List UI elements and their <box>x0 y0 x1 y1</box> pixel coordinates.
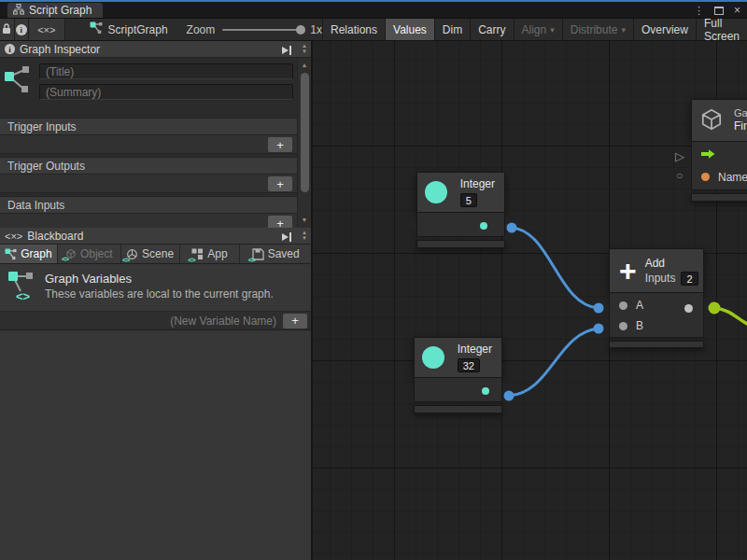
node-integer-32[interactable]: Integer 32 <box>414 337 502 413</box>
new-variable-input[interactable] <box>52 315 276 328</box>
full-screen-button[interactable]: Full Screen <box>696 19 747 40</box>
collapse-arrows[interactable]: ▲▼ <box>302 43 307 54</box>
graph-inspector-panel: Trigger Inputs + Trigger Outputs + Data … <box>0 58 311 228</box>
tab-saved[interactable]: <> Saved <box>240 245 311 263</box>
carry-button[interactable]: Carry <box>470 19 513 40</box>
trigger-outputs-list: + <box>0 175 297 193</box>
blackboard-empty-area <box>0 330 311 560</box>
toolbar-buttons: Relations Values Dim Carry Align▾ Distri… <box>322 19 747 40</box>
tab-scene[interactable]: <> Scene <box>121 245 180 263</box>
scrollbar-thumb[interactable] <box>301 73 309 192</box>
node-title: Integer <box>458 343 492 357</box>
output-port[interactable] <box>482 387 489 395</box>
tab-app[interactable]: <> App <box>180 245 241 263</box>
tab-title: Script Graph <box>29 4 92 17</box>
blackboard-tabs: Graph <> Object <> Scene <box>0 245 311 264</box>
inspector-scrollbar[interactable]: ▲ ▼ <box>297 58 311 228</box>
graph-tree-icon <box>13 4 24 18</box>
graph-variables-icon <box>4 63 34 105</box>
blackboard-title: Blackboard <box>27 230 83 243</box>
output-port[interactable] <box>684 304 693 313</box>
wire-endpoint[interactable] <box>594 324 604 334</box>
lock-button[interactable] <box>0 19 15 40</box>
value-port-marker[interactable]: ○ <box>676 169 683 182</box>
overview-button[interactable]: Overview <box>633 19 696 40</box>
zoom-value: 1x <box>310 23 322 36</box>
app-icon: <> <box>191 248 204 260</box>
inspect-button[interactable]: i <box>15 19 30 40</box>
object-cube-icon: <> <box>65 248 77 259</box>
maximize-icon[interactable] <box>714 7 724 15</box>
wire-endpoint[interactable] <box>507 223 517 233</box>
graph-canvas[interactable]: Integer 5 Integer 32 <box>313 41 747 560</box>
script-graph-window: Script Graph ⋮ × i <×> ScriptGraph Zoom <box>0 0 747 560</box>
add-trigger-output-button[interactable]: + <box>268 176 292 191</box>
distribute-button: Distribute▾ <box>562 19 633 40</box>
graph-inspector-header: i Graph Inspector ▲▼ <box>0 41 311 58</box>
section-trigger-outputs: Trigger Outputs <box>0 157 297 175</box>
scroll-down-icon[interactable]: ▼ <box>302 217 308 223</box>
dock-icon[interactable] <box>281 45 292 58</box>
tab-script-graph[interactable]: Script Graph <box>7 3 103 18</box>
integer-type-icon <box>425 181 447 203</box>
graph-summary-input[interactable] <box>39 84 293 100</box>
align-button: Align▾ <box>514 19 562 40</box>
chevron-down-icon: ▾ <box>550 25 555 35</box>
integer-value-field[interactable]: 5 <box>460 193 477 207</box>
wire-endpoint[interactable] <box>709 302 721 315</box>
zoom-slider-knob[interactable] <box>296 25 305 35</box>
add-trigger-input-button[interactable]: + <box>268 137 292 152</box>
add-icon: + <box>619 257 637 285</box>
node-subtitle: Game Object <box>734 107 747 119</box>
trigger-input-arrow-icon[interactable] <box>701 148 716 162</box>
name-input-label: Name <box>718 171 747 184</box>
node-gameobject-find[interactable]: Game Object Find Name <box>691 99 747 202</box>
inputs-label: Inputs <box>645 272 676 285</box>
wire-endpoint[interactable] <box>594 303 604 314</box>
trigger-port-marker[interactable]: ▷ <box>675 149 684 163</box>
breadcrumb[interactable]: ScriptGraph <box>90 19 168 40</box>
zoom-control: Zoom 1x <box>187 19 322 40</box>
integer-type-icon <box>422 346 444 369</box>
node-integer-5[interactable]: Integer 5 <box>416 172 505 248</box>
node-footer <box>416 240 505 248</box>
dock-icon[interactable] <box>281 231 292 245</box>
wire-integer5-to-add-a[interactable] <box>512 228 599 308</box>
tab-graph[interactable]: Graph <box>0 245 58 263</box>
trigger-inputs-list: + <box>0 135 297 154</box>
collapse-arrows[interactable]: ▲▼ <box>302 230 307 241</box>
window-menu-icon[interactable]: ⋮ <box>694 5 704 17</box>
saved-floppy-icon: <> <box>252 248 264 260</box>
zoom-slider[interactable] <box>222 29 303 31</box>
tab-object: <> Object <box>58 245 121 263</box>
input-port-b[interactable] <box>619 322 627 330</box>
input-b-label: B <box>636 319 643 332</box>
blackboard-header: <×> Blackboard ▲▼ <box>0 228 311 245</box>
input-port-a[interactable] <box>619 301 627 310</box>
values-button[interactable]: Values <box>385 19 434 40</box>
integer-value-field[interactable]: 32 <box>458 358 480 372</box>
relations-button[interactable]: Relations <box>322 19 385 40</box>
wire-endpoint[interactable] <box>504 391 514 401</box>
script-graph-icon <box>90 21 103 37</box>
graph-title-input[interactable] <box>39 63 293 79</box>
node-add[interactable]: + Add Inputs 2 A <box>609 248 704 348</box>
node-title: Integer <box>460 177 495 191</box>
graph-inspector-title: Graph Inspector <box>20 43 100 56</box>
node-footer <box>691 193 747 202</box>
inputs-count-field[interactable]: 2 <box>681 272 698 286</box>
name-input-port[interactable] <box>701 173 710 181</box>
dim-button[interactable]: Dim <box>434 19 470 40</box>
gameobject-cube-icon <box>699 107 724 134</box>
output-port[interactable] <box>480 222 487 230</box>
graph-variables-icon: <> <box>7 271 35 305</box>
close-icon[interactable]: × <box>734 4 740 17</box>
scroll-up-icon[interactable]: ▲ <box>302 62 308 68</box>
scene-icon: <> <box>126 248 138 260</box>
node-title: Add <box>645 257 665 271</box>
variables-description: These variables are local to the current… <box>45 287 274 301</box>
add-variable-button[interactable]: + <box>283 314 307 329</box>
node-footer <box>414 405 502 413</box>
code-view-toggle[interactable]: <×> <box>29 19 65 40</box>
wire-integer32-to-add-b[interactable] <box>509 329 599 396</box>
